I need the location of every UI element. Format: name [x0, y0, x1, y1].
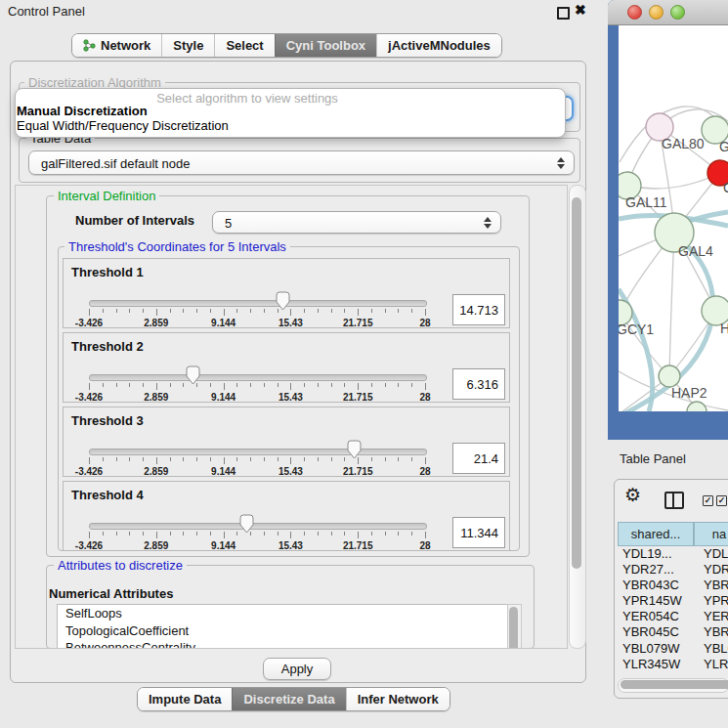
- tab-style[interactable]: Style: [161, 34, 214, 57]
- slider-tick: [411, 532, 412, 535]
- threshold-value-field[interactable]: 11.344: [452, 517, 505, 548]
- table-data-combobox-value: galFiltered.sif default node: [41, 155, 190, 170]
- table-body: YDL19...YDL1YDR27...YDR2YBR043CYBR0YPR14…: [618, 546, 728, 675]
- tab-infer-network[interactable]: Infer Network: [346, 688, 450, 710]
- close-icon[interactable]: ✖: [575, 2, 586, 18]
- network-node[interactable]: [659, 365, 680, 387]
- attribute-list-item[interactable]: SelfLoops: [58, 605, 507, 622]
- cell-shared-name[interactable]: YDR27...: [618, 562, 697, 578]
- cell-name[interactable]: YBR0: [697, 624, 728, 640]
- cell-name[interactable]: YDR2: [697, 562, 728, 578]
- network-node-label: GA: [719, 139, 728, 154]
- cell-shared-name[interactable]: YIL052C: [618, 672, 697, 675]
- slider-track[interactable]: [89, 374, 427, 381]
- network-node[interactable]: [687, 402, 707, 411]
- threshold-value-field[interactable]: 21.4: [452, 443, 505, 474]
- cell-name[interactable]: YPR1: [697, 593, 728, 609]
- cell-name[interactable]: YIL0: [697, 672, 728, 675]
- cell-shared-name[interactable]: YBR045C: [618, 624, 697, 640]
- attribute-list-item[interactable]: TopologicalCoefficient: [58, 622, 507, 640]
- number-of-intervals-label: Number of Intervals: [75, 213, 194, 228]
- minimize-traffic-light-icon[interactable]: [649, 5, 664, 20]
- cell-name[interactable]: YER0: [697, 609, 728, 624]
- tab-network[interactable]: Network: [72, 34, 161, 57]
- slider-tick: [290, 457, 291, 464]
- threshold-box: Threshold 2-3.4262.8599.14415.4321.71528…: [63, 332, 510, 403]
- network-edge[interactable]: [669, 232, 674, 376]
- algorithm-option-manual[interactable]: Manual Discretization: [17, 104, 148, 118]
- slider-tick: [318, 532, 319, 535]
- tab-impute-data[interactable]: Impute Data: [138, 688, 232, 710]
- table-row[interactable]: YBR043CYBR0: [618, 578, 728, 593]
- threshold-value: 14.713: [459, 303, 498, 318]
- threshold-label: Threshold 1: [71, 265, 144, 279]
- cell-name[interactable]: YBL0: [697, 641, 728, 657]
- cell-shared-name[interactable]: YPR145W: [618, 593, 697, 609]
- slider-tick-label: 15.43: [278, 466, 303, 477]
- slider-thumb[interactable]: [186, 365, 200, 385]
- table-row[interactable]: YPR145WYPR1: [618, 593, 728, 609]
- scrollbar-thumb[interactable]: [572, 197, 581, 569]
- network-window-titlebar[interactable]: [608, 0, 728, 25]
- numerical-attributes-list: SelfLoopsTopologicalCoefficientBetweenne…: [57, 604, 508, 649]
- slider-tick: [358, 383, 359, 390]
- slider-track[interactable]: [89, 449, 427, 455]
- cell-name[interactable]: YLR3: [697, 657, 728, 672]
- column-header-shared-name[interactable]: shared...: [618, 522, 694, 546]
- tab-cyni-toolbox[interactable]: Cyni Toolbox: [275, 34, 376, 57]
- table-row[interactable]: YLR345WYLR3: [618, 657, 728, 672]
- slider-tick: [250, 383, 251, 387]
- close-traffic-light-icon[interactable]: [627, 5, 642, 20]
- slider-thumb[interactable]: [239, 514, 254, 534]
- threshold-value-field[interactable]: 6.316: [452, 368, 505, 400]
- table-horizontal-scrollbar[interactable]: [618, 678, 728, 693]
- column-layout-icon[interactable]: [664, 492, 684, 509]
- tab-select[interactable]: Select: [214, 34, 274, 57]
- cell-shared-name[interactable]: YER054C: [618, 609, 697, 624]
- gear-icon[interactable]: ⚙: [624, 484, 641, 506]
- table-row[interactable]: YER054CYER0: [618, 609, 728, 624]
- slider-track[interactable]: [89, 300, 427, 307]
- slider-tick: [183, 457, 184, 461]
- number-of-intervals-combobox[interactable]: 5: [212, 211, 501, 234]
- table-row[interactable]: YDL19...YDL1: [618, 546, 728, 562]
- float-window-icon[interactable]: [557, 7, 570, 20]
- tab-jactivemnodules[interactable]: jActiveMNodules: [376, 34, 501, 57]
- slider-track[interactable]: [89, 523, 427, 530]
- slider-tick: [290, 383, 291, 390]
- cell-name[interactable]: YDL1: [697, 546, 728, 562]
- slider-thumb[interactable]: [347, 440, 362, 459]
- table-row[interactable]: YDR27...YDR2: [618, 562, 728, 578]
- slider-tick: [236, 309, 237, 313]
- attribute-list-item[interactable]: BetweennessCentrality: [58, 639, 507, 649]
- numerical-attributes-label: Numerical Attributes: [49, 586, 173, 601]
- apply-button[interactable]: Apply: [263, 658, 331, 680]
- threshold-value: 11.344: [460, 526, 498, 540]
- table-row[interactable]: YIL052CYIL0: [618, 672, 728, 675]
- scrollbar-thumb[interactable]: [621, 680, 728, 689]
- slider-tick-label: 15.43: [278, 318, 303, 328]
- attributes-list-scrollbar[interactable]: [507, 604, 522, 649]
- cell-shared-name[interactable]: YDL19...: [618, 546, 697, 562]
- slider-thumb[interactable]: [276, 291, 290, 311]
- table-row[interactable]: YBR045CYBR0: [618, 624, 728, 640]
- algorithm-option-equal-width[interactable]: Equal Width/Frequency Discretization: [17, 118, 229, 133]
- cell-shared-name[interactable]: YLR345W: [618, 657, 697, 672]
- cell-name[interactable]: YBR0: [697, 578, 728, 593]
- cell-shared-name[interactable]: YBR043C: [618, 578, 697, 593]
- settings-vertical-scrollbar[interactable]: [569, 185, 586, 649]
- zoom-traffic-light-icon[interactable]: [670, 5, 685, 20]
- slider-tick-label: 15.43: [278, 392, 303, 403]
- slider-tick: [224, 532, 225, 538]
- checkbox-icon[interactable]: ✓: [703, 495, 713, 506]
- cell-shared-name[interactable]: YBL079W: [618, 641, 697, 657]
- tab-discretize-data[interactable]: Discretize Data: [232, 688, 345, 710]
- table-row[interactable]: YBL079WYBL0: [618, 641, 728, 657]
- column-header-name[interactable]: na: [694, 522, 728, 546]
- network-canvas[interactable]: GAL80GACGAL11GAL4HGCY1HAP2: [619, 25, 728, 411]
- checkbox-icon[interactable]: ✓: [716, 495, 727, 506]
- slider-tick: [398, 457, 399, 461]
- slider-tick: [170, 383, 171, 387]
- table-data-combobox[interactable]: galFiltered.sif default node: [28, 150, 575, 175]
- threshold-value-field[interactable]: 14.713: [452, 294, 505, 325]
